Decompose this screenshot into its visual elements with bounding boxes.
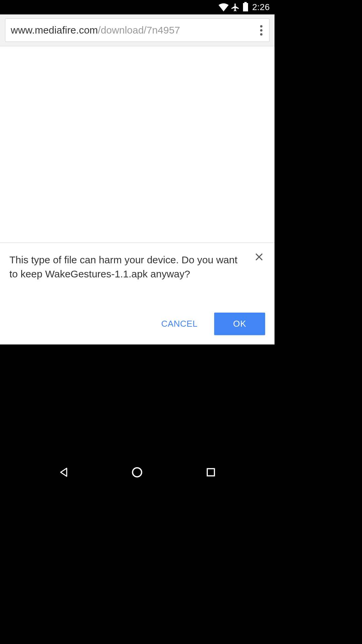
home-button[interactable] (129, 464, 145, 481)
recent-apps-button[interactable] (202, 464, 219, 481)
browser-menu-button[interactable] (259, 22, 264, 38)
cancel-button[interactable]: CANCEL (161, 319, 197, 329)
dot-icon (260, 33, 262, 36)
navigation-bar (0, 456, 275, 488)
svg-point-0 (133, 468, 142, 477)
status-bar: 2:26 (0, 0, 275, 14)
svg-rect-1 (207, 469, 214, 476)
ok-button[interactable]: OK (214, 313, 265, 335)
url-path: /download/7n4957 (98, 24, 180, 36)
url-text: www.mediafire.com/download/7n4957 (11, 24, 254, 36)
black-gap (0, 344, 275, 456)
back-button[interactable] (55, 464, 72, 481)
status-time: 2:26 (252, 2, 270, 12)
dialog-message: This type of file can harm your device. … (9, 253, 265, 281)
wifi-icon (219, 3, 229, 11)
airplane-icon (231, 3, 240, 12)
battery-icon (243, 3, 248, 11)
dot-icon (260, 29, 262, 32)
download-warning-dialog: This type of file can harm your device. … (0, 243, 275, 344)
dot-icon (260, 25, 262, 28)
browser-toolbar: www.mediafire.com/download/7n4957 (0, 14, 275, 46)
dialog-actions: CANCEL OK (161, 313, 265, 335)
dialog-close-button[interactable] (253, 251, 265, 263)
url-bar[interactable]: www.mediafire.com/download/7n4957 (5, 18, 269, 42)
page-content (0, 46, 275, 243)
url-domain: www.mediafire.com (11, 24, 98, 36)
